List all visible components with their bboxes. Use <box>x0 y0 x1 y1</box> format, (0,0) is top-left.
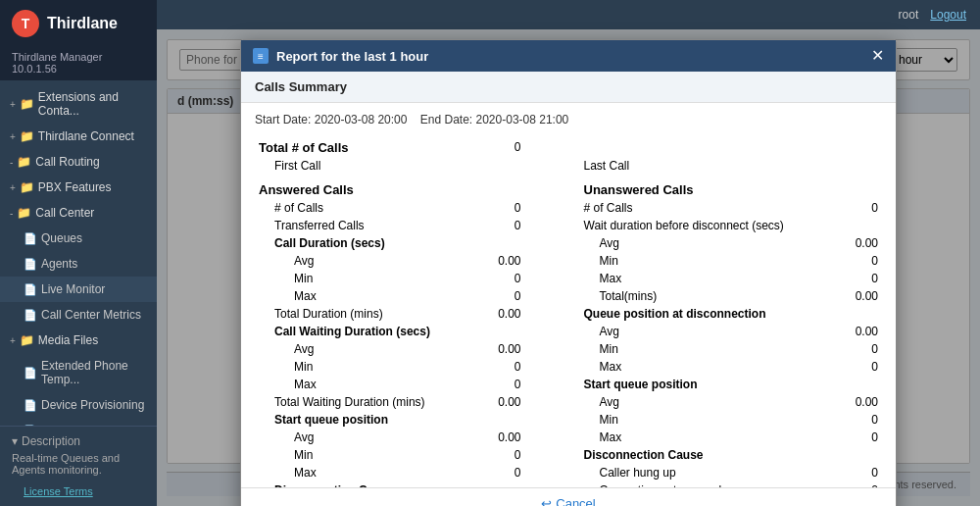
sidebar-item-extended-phone[interactable]: 📄 Extended Phone Temp... <box>0 353 157 392</box>
table-row: Avg 0.00 Min 0 <box>255 252 882 270</box>
start-date-label: Start Date: <box>255 113 311 126</box>
table-row: Start queue position Min 0 <box>255 411 882 429</box>
cancel-button[interactable]: ↩ Cancel <box>541 496 595 506</box>
table-row: # of Calls 0 # of Calls 0 <box>255 199 882 217</box>
modal-footer: ↩ Cancel <box>241 487 896 506</box>
table-row: Max 0 Start queue position <box>255 376 882 393</box>
end-date-label: End Date: <box>420 113 472 126</box>
sidebar-item-device-provisioning[interactable]: 📄 Device Provisioning <box>0 392 157 418</box>
sidebar-description-section: ▾ Description Real-time Queues and Agent… <box>0 426 157 480</box>
sidebar-item-pbx-features[interactable]: + 📁 PBX Features <box>0 175 157 200</box>
sidebar-header: T Thirdlane <box>0 0 157 47</box>
modal-overlay: ≡ Report for the last 1 hour ✕ Calls Sum… <box>157 29 980 506</box>
sidebar-version: Thirdlane Manager 10.0.1.56 <box>0 47 157 80</box>
expand-icon: + <box>10 99 16 110</box>
sidebar-item-call-routing[interactable]: - 📁 Call Routing <box>0 149 157 175</box>
expand-icon: + <box>10 131 16 142</box>
file-icon: 📄 <box>24 367 37 380</box>
date-row: Start Date: 2020-03-08 20:00 End Date: 2… <box>255 113 882 126</box>
table-row: Min 0 Max 0 <box>255 358 882 376</box>
folder-icon: 📁 <box>17 206 31 220</box>
first-call-label: First Call <box>255 157 482 175</box>
modal-body: Start Date: 2020-03-08 20:00 End Date: 2… <box>241 103 896 487</box>
table-row: Total Waiting Duration (mins) 0.00 Avg 0… <box>255 393 882 411</box>
last-call-label: Last Call <box>580 157 844 175</box>
sidebar-item-label: Device Provisioning <box>41 398 144 412</box>
sidebar-item-call-center-metrics[interactable]: 📄 Call Center Metrics <box>0 302 157 328</box>
modal-title-icon: ≡ <box>253 48 269 64</box>
folder-icon: 📁 <box>20 180 34 194</box>
table-row: Max 0 Total(mins) 0.00 <box>255 287 882 305</box>
sidebar-nav: + 📁 Extensions and Conta... + 📁 Thirdlan… <box>0 80 157 426</box>
sidebar-item-label: Call Routing <box>35 155 99 169</box>
modal-close-button[interactable]: ✕ <box>871 48 884 64</box>
folder-icon: 📁 <box>20 97 34 111</box>
start-date-value: 2020-03-08 20:00 <box>315 113 408 126</box>
table-row: Min 0 Disconnection Cause <box>255 446 882 464</box>
answered-header: Answered Calls <box>255 175 482 199</box>
table-row: First Call Last Call <box>255 157 882 175</box>
logout-button[interactable]: Logout <box>930 8 966 22</box>
expand-icon: - <box>10 208 13 219</box>
sidebar-description-text: Real-time Queues and Agents monitoring. <box>12 450 145 478</box>
chevron-down-icon: ▾ <box>12 434 18 448</box>
sidebar-item-thirdlane-connect[interactable]: + 📁 Thirdlane Connect <box>0 124 157 149</box>
table-row: Min 0 Max 0 <box>255 270 882 287</box>
modal-subheader: Calls Summary <box>241 72 896 103</box>
license-terms-link[interactable]: License Terms <box>0 480 157 506</box>
unanswered-header: Unanswered Calls <box>580 175 844 199</box>
modal-dialog: ≡ Report for the last 1 hour ✕ Calls Sum… <box>240 39 897 506</box>
table-row: Avg 0.00 Max 0 <box>255 429 882 446</box>
sidebar-item-queues[interactable]: 📄 Queues <box>0 226 157 251</box>
total-calls-val: 0 <box>482 138 541 157</box>
sidebar-description-toggle[interactable]: ▾ Description <box>12 432 145 450</box>
expand-icon: + <box>10 182 16 193</box>
sidebar: T Thirdlane Thirdlane Manager 10.0.1.56 … <box>0 0 157 506</box>
file-icon: 📄 <box>24 232 37 245</box>
cancel-label: Cancel <box>556 496 595 506</box>
table-row: Call Duration (secs) Avg 0.00 <box>255 234 882 252</box>
expand-icon: - <box>10 157 13 168</box>
folder-icon: 📁 <box>20 129 34 143</box>
topbar-user: root <box>899 8 919 22</box>
file-icon: 📄 <box>24 309 37 322</box>
table-row: Answered Calls Unanswered Calls <box>255 175 882 199</box>
table-row: Transferred Calls 0 Wait duration before… <box>255 217 882 234</box>
cancel-icon: ↩ <box>541 496 552 506</box>
table-row: Avg 0.00 Min 0 <box>255 340 882 358</box>
file-icon: 📄 <box>24 399 37 412</box>
sidebar-item-tenant-branding[interactable]: 📄 Tenant Branding <box>0 418 157 426</box>
folder-icon: 📁 <box>20 333 34 347</box>
modal-titlebar: ≡ Report for the last 1 hour ✕ <box>241 40 896 72</box>
topbar: root Logout <box>157 0 980 29</box>
expand-icon: + <box>10 335 16 346</box>
table-row: Max 0 Caller hung up 0 <box>255 464 882 481</box>
table-row: Total # of Calls 0 <box>255 138 882 157</box>
table-row: Total Duration (mins) 0.00 Queue positio… <box>255 305 882 323</box>
sidebar-item-media-files[interactable]: + 📁 Media Files <box>0 328 157 353</box>
sidebar-title: Thirdlane <box>47 15 118 32</box>
folder-icon: 📁 <box>17 155 31 169</box>
total-calls-label: Total # of Calls <box>255 138 482 157</box>
sidebar-item-call-center[interactable]: - 📁 Call Center <box>0 200 157 226</box>
modal-title: Report for the last 1 hour <box>276 49 428 64</box>
sidebar-logo: T <box>12 10 39 37</box>
stats-table: Total # of Calls 0 First Call <box>255 138 882 487</box>
sidebar-item-agents[interactable]: 📄 Agents <box>0 251 157 277</box>
file-icon: 📄 <box>24 283 37 296</box>
file-icon: 📄 <box>24 258 37 271</box>
sidebar-item-live-monitor[interactable]: 📄 Live Monitor <box>0 277 157 302</box>
sidebar-item-extensions[interactable]: + 📁 Extensions and Conta... <box>0 84 157 124</box>
table-row: Call Waiting Duration (secs) Avg 0.00 <box>255 323 882 340</box>
main-content: root Logout ↻ Show Only Logged In Report… <box>157 0 980 506</box>
end-date-value: 2020-03-08 21:00 <box>476 113 569 126</box>
content-area: ↻ Show Only Logged In Report for the las… <box>157 29 980 506</box>
